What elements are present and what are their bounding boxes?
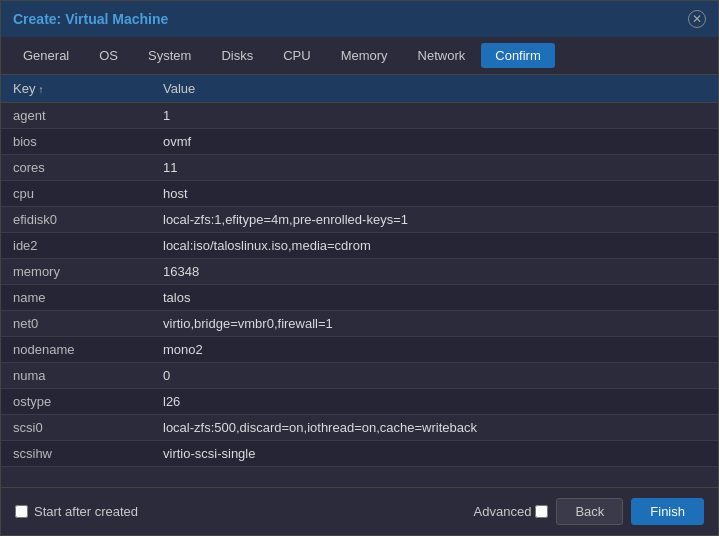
row-key: scsi0 xyxy=(1,415,151,441)
table-row: nodenamemono2 xyxy=(1,337,718,363)
table-row: numa0 xyxy=(1,363,718,389)
table-row: efidisk0local-zfs:1,efitype=4m,pre-enrol… xyxy=(1,207,718,233)
table-row: biosovmf xyxy=(1,129,718,155)
dialog-title: Create: Virtual Machine xyxy=(13,11,168,27)
row-value: virtio-scsi-single xyxy=(151,441,718,467)
tab-confirm[interactable]: Confirm xyxy=(481,43,555,68)
tab-general[interactable]: General xyxy=(9,43,83,68)
row-value: local:iso/taloslinux.iso,media=cdrom xyxy=(151,233,718,259)
tab-system[interactable]: System xyxy=(134,43,205,68)
row-value: local-zfs:1,efitype=4m,pre-enrolled-keys… xyxy=(151,207,718,233)
row-value: ovmf xyxy=(151,129,718,155)
table-row: agent1 xyxy=(1,103,718,129)
row-value: mono2 xyxy=(151,337,718,363)
row-key: memory xyxy=(1,259,151,285)
footer-right: Advanced Back Finish xyxy=(474,498,704,525)
row-value: 1 xyxy=(151,103,718,129)
sort-arrow: ↑ xyxy=(38,84,43,95)
create-vm-dialog: Create: Virtual Machine ✕ GeneralOSSyste… xyxy=(0,0,719,536)
table-row: ostypel26 xyxy=(1,389,718,415)
table-row: net0virtio,bridge=vmbr0,firewall=1 xyxy=(1,311,718,337)
col-value-header: Value xyxy=(151,75,718,103)
table-row: cpuhost xyxy=(1,181,718,207)
table-row: memory16348 xyxy=(1,259,718,285)
title-bar: Create: Virtual Machine ✕ xyxy=(1,1,718,37)
row-key: agent xyxy=(1,103,151,129)
confirm-table: Key↑ Value agent1biosovmfcores11cpuhoste… xyxy=(1,75,718,467)
table-row: nametalos xyxy=(1,285,718,311)
row-key: scsihw xyxy=(1,441,151,467)
row-key: bios xyxy=(1,129,151,155)
table-row: scsihwvirtio-scsi-single xyxy=(1,441,718,467)
row-value: talos xyxy=(151,285,718,311)
back-button[interactable]: Back xyxy=(556,498,623,525)
advanced-checkbox[interactable] xyxy=(535,505,548,518)
tab-os[interactable]: OS xyxy=(85,43,132,68)
row-value: virtio,bridge=vmbr0,firewall=1 xyxy=(151,311,718,337)
table-row: cores11 xyxy=(1,155,718,181)
row-key: ide2 xyxy=(1,233,151,259)
row-value: 16348 xyxy=(151,259,718,285)
row-key: cpu xyxy=(1,181,151,207)
col-key-header[interactable]: Key↑ xyxy=(1,75,151,103)
row-key: cores xyxy=(1,155,151,181)
tab-disks[interactable]: Disks xyxy=(207,43,267,68)
row-key: net0 xyxy=(1,311,151,337)
tab-cpu[interactable]: CPU xyxy=(269,43,324,68)
row-key: efidisk0 xyxy=(1,207,151,233)
row-value: host xyxy=(151,181,718,207)
start-after-section: Start after created xyxy=(15,504,138,519)
advanced-label: Advanced xyxy=(474,504,549,519)
finish-button[interactable]: Finish xyxy=(631,498,704,525)
row-value: 0 xyxy=(151,363,718,389)
tab-memory[interactable]: Memory xyxy=(327,43,402,68)
tab-bar: GeneralOSSystemDisksCPUMemoryNetworkConf… xyxy=(1,37,718,75)
footer: Start after created Advanced Back Finish xyxy=(1,487,718,535)
row-key: name xyxy=(1,285,151,311)
row-key: nodename xyxy=(1,337,151,363)
start-after-checkbox[interactable] xyxy=(15,505,28,518)
row-value: local-zfs:500,discard=on,iothread=on,cac… xyxy=(151,415,718,441)
table-row: ide2local:iso/taloslinux.iso,media=cdrom xyxy=(1,233,718,259)
tab-network[interactable]: Network xyxy=(404,43,480,68)
confirm-content: Key↑ Value agent1biosovmfcores11cpuhoste… xyxy=(1,75,718,487)
row-value: 11 xyxy=(151,155,718,181)
close-button[interactable]: ✕ xyxy=(688,10,706,28)
row-key: ostype xyxy=(1,389,151,415)
start-after-label: Start after created xyxy=(34,504,138,519)
row-key: numa xyxy=(1,363,151,389)
row-value: l26 xyxy=(151,389,718,415)
table-row: scsi0local-zfs:500,discard=on,iothread=o… xyxy=(1,415,718,441)
